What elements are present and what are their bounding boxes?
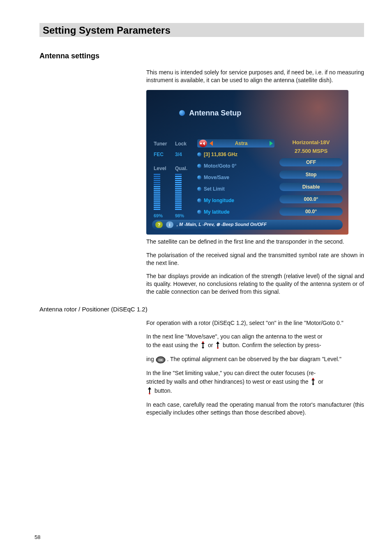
bullet-icon: [197, 198, 201, 203]
arrow-up-icon: [146, 386, 153, 395]
title-bullet-icon: [179, 110, 185, 116]
my-longitude-label: My longitude: [204, 198, 234, 203]
info-icon: i: [166, 221, 173, 228]
sub2-text-b: to the east using the: [146, 342, 200, 348]
arrow-up-icon: [214, 341, 221, 350]
screenshot-title: Antenna Setup: [179, 109, 241, 117]
bullet-icon: [197, 210, 201, 214]
screenshot-title-text: Antenna Setup: [189, 109, 241, 117]
symbol-rate-value: 27.500 MSPS: [279, 148, 343, 154]
transponder-freq: [3] 11,836 GHz: [204, 152, 238, 157]
bullet-icon: [197, 175, 201, 180]
satellite-selector[interactable]: ●⏴ Astra: [197, 139, 274, 147]
label-level: Level: [154, 166, 166, 171]
quality-bar: [175, 174, 182, 211]
label-lock: Lock: [175, 141, 187, 147]
page-number: 58: [35, 534, 40, 540]
my-latitude-label: My latitude: [204, 209, 230, 215]
motor-goto-row[interactable]: Motor/Goto 0°: [197, 163, 236, 169]
subsection-title: Antenna rotor / Positioner (DiSEqC 1.2): [39, 306, 364, 313]
question-icon: ?: [155, 221, 163, 228]
paragraph-3: The bar displays provide an indication o…: [146, 272, 364, 296]
section-title: Antenna settings: [39, 52, 364, 60]
sub3-text-a: ing: [146, 356, 156, 362]
bullet-icon: [197, 152, 201, 157]
arrow-down-icon: [200, 341, 206, 350]
sub-para-1: For operation with a rotor (DiSEqC 1.2),…: [146, 319, 364, 327]
svg-point-1: [217, 347, 219, 349]
svg-point-5: [312, 378, 314, 380]
move-value[interactable]: Stop: [279, 170, 343, 179]
level-bar: [154, 174, 160, 211]
bullet-icon: [197, 164, 201, 168]
sub2-text-a: In the next line "Move/save", you can al…: [146, 333, 323, 340]
move-save-label: Move/Save: [204, 175, 229, 180]
chapter-title: Setting System Parameters: [43, 25, 361, 36]
my-longitude-row[interactable]: My longitude: [197, 198, 234, 203]
sub3-text-b: . The optimal alignment can be observed …: [167, 356, 341, 362]
antenna-setup-screenshot: Antenna Setup Tuner Lock FEC 3/4 Level Q…: [146, 90, 348, 235]
value-fec: 3/4: [175, 152, 182, 157]
intro-paragraph: This menu is intended solely for service…: [146, 69, 364, 84]
label-tuner: Tuner: [154, 141, 167, 147]
document-page: Setting System Parameters Antenna settin…: [0, 0, 392, 555]
sub-para-2: In the next line "Move/save", you can al…: [146, 333, 364, 350]
chapter-header: Setting System Parameters: [39, 23, 364, 37]
level-percent: 69%: [154, 213, 163, 218]
svg-point-6: [149, 393, 150, 394]
screenshot-help-bar: ? i , M -Main, L -Prev, ⊗ -Beep Sound On…: [152, 220, 343, 230]
sub2-text-c: or: [208, 342, 214, 348]
right-values-column: Horizontal-18V 27.500 MSPS OFF Stop Disa…: [279, 139, 343, 216]
rec-icon: ●⏴: [199, 140, 207, 147]
sub-para-5: In each case, carefully read the operati…: [146, 401, 364, 417]
paragraph-2: The polarisation of the received signal …: [146, 251, 364, 267]
arrow-right-icon: [270, 141, 273, 146]
my-latitude-row[interactable]: My latitude: [197, 209, 230, 215]
label-fec: FEC: [154, 152, 164, 157]
arrow-left-icon: [210, 141, 213, 146]
motor-goto-label: Motor/Goto 0°: [204, 163, 236, 169]
set-limit-row[interactable]: Set Limit: [197, 186, 225, 192]
sub4-text-d: button.: [154, 387, 172, 394]
polarisation-value: Horizontal-18V: [279, 139, 343, 145]
satellite-name: Astra: [215, 140, 267, 146]
svg-point-0: [202, 341, 204, 343]
arrow-down-icon: [310, 377, 316, 386]
latitude-value[interactable]: 00.0°: [279, 207, 343, 216]
sub4-text-b: stricted by walls and other hindrances) …: [146, 378, 310, 385]
quality-percent: 98%: [175, 213, 184, 218]
sub2-text-d: button. Confirm the selection by press-: [223, 342, 321, 348]
help-bar-text: , M -Main, L -Prev, ⊗ -Beep Sound On/OFF: [177, 222, 267, 227]
bullet-icon: [197, 187, 201, 191]
sub4-text-a: In the line "Set limiting value," you ca…: [146, 370, 316, 376]
motor-value[interactable]: OFF: [279, 158, 343, 166]
move-save-row[interactable]: Move/Save: [197, 175, 229, 180]
transponder-row[interactable]: [3] 11,836 GHz: [197, 152, 238, 157]
label-qual: Qual.: [175, 166, 187, 171]
sub-para-4: In the line "Set limiting value," you ca…: [146, 369, 364, 395]
ok-button-icon: OK: [156, 356, 166, 364]
setlimit-value[interactable]: Disable: [279, 183, 343, 191]
sub-para-3: ing OK . The optimal alignment can be ob…: [146, 355, 364, 364]
longitude-value[interactable]: 000.0°: [279, 195, 343, 203]
svg-text:OK: OK: [158, 359, 163, 362]
set-limit-label: Set Limit: [204, 186, 225, 192]
sub4-text-c: or: [318, 378, 323, 385]
paragraph-1: The satellite can be defined in the firs…: [146, 238, 364, 246]
